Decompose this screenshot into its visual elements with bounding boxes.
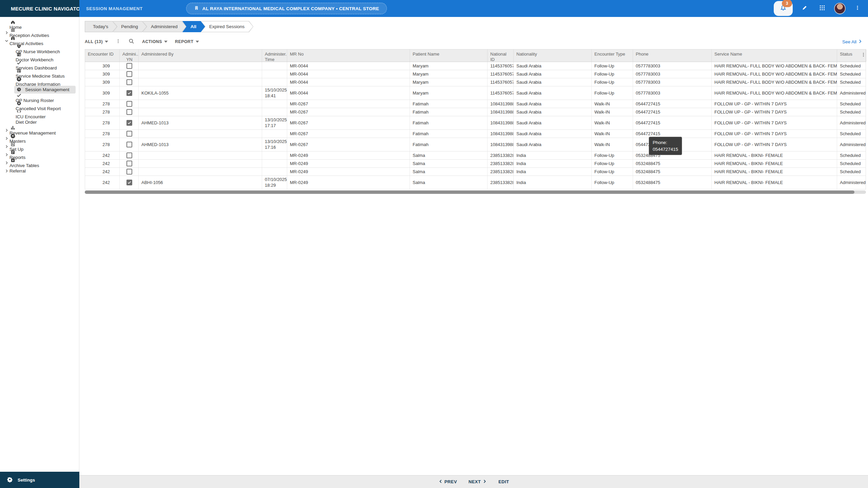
table-row[interactable]: 278AHMED-101313/10/2025 17:17MR-0267Fati… xyxy=(85,116,866,130)
table-row[interactable]: 242MR-0249Salma2385133828IndiaFollow-Up0… xyxy=(85,168,866,176)
column-header-service-name: Service Name xyxy=(712,49,837,62)
cell-administered-time: 15/10/2025 18:41 xyxy=(262,86,287,100)
horizontal-scrollbar-thumb[interactable] xyxy=(85,190,854,194)
checkbox-unchecked[interactable] xyxy=(126,71,132,77)
table-row[interactable]: 278AHMED-101313/10/2025 17:16MR-0267Fati… xyxy=(85,138,866,151)
sidebar-item-icu-encounter[interactable]: ICU Encounter xyxy=(0,110,79,118)
search-button[interactable] xyxy=(128,38,135,45)
table-row[interactable]: 242MR-0249Salma2385133828IndiaFollow-Up0… xyxy=(85,160,866,168)
tab-expired-sessions[interactable]: Expired Sessions xyxy=(201,21,253,32)
table-row[interactable]: 278MR-0267Fatimah1084313988Saudi ArabiaW… xyxy=(85,108,866,116)
cell-patient-name: Fatimah xyxy=(410,108,488,116)
cell-mr-no: MR-0044 xyxy=(287,62,410,70)
toolbar-overflow-menu[interactable] xyxy=(116,39,121,45)
checkbox-unchecked[interactable] xyxy=(126,161,132,166)
header-overflow-menu[interactable] xyxy=(852,3,863,14)
table-row[interactable]: 309MR-0044Maryam1145376057Saudi ArabiaFo… xyxy=(85,78,866,86)
notifications-button[interactable]: 3 xyxy=(774,1,793,16)
sidebar-item-label: Referral xyxy=(9,168,28,174)
cell-phone: 0544727415 xyxy=(633,108,712,116)
cell-administered-yn xyxy=(120,130,139,138)
cell-encounter-id: 309 xyxy=(85,70,120,78)
cell-national-id: 2385133828 xyxy=(488,168,514,176)
column-menu-icon[interactable] xyxy=(861,52,866,59)
facility-selector[interactable]: AL RAYA INTERNATIONAL MEDICAL COMPLEX CO… xyxy=(186,3,387,14)
table-row[interactable]: 309KOKILA-105515/10/2025 18:41MR-0044Mar… xyxy=(85,86,866,100)
table-row[interactable]: 309MR-0044Maryam1145376057Saudi ArabiaFo… xyxy=(85,70,866,78)
cell-national-id: 2385133828 xyxy=(488,176,514,189)
table-row[interactable]: 278MR-0267Fatimah1084313988Saudi ArabiaW… xyxy=(85,130,866,138)
cell-mr-no: MR-0249 xyxy=(287,151,410,159)
cell-administered-time xyxy=(262,160,287,167)
sidebar-item-archive-tables[interactable]: Archive Tables xyxy=(0,159,79,167)
tooltip-value: 0544727415 xyxy=(653,146,678,153)
user-avatar[interactable] xyxy=(834,3,846,14)
next-button[interactable]: NEXT xyxy=(469,479,487,485)
phone-tooltip: Phone: 0544727415 xyxy=(649,137,682,155)
tab-administered[interactable]: Administered xyxy=(143,21,186,32)
edit-button-footer[interactable]: EDIT xyxy=(498,479,509,484)
see-all-link[interactable]: See All xyxy=(842,39,863,45)
cell-service-name: HAIR REMOVAL- FULL BODY W/O ABDOMEN & BA… xyxy=(712,78,837,86)
caret-down-icon xyxy=(196,41,199,43)
checkbox-checked[interactable] xyxy=(126,120,132,126)
cell-national-id: 1084313988 xyxy=(488,100,514,108)
main-content: Today'sPendingAdministeredAllExpired Ses… xyxy=(79,17,868,488)
checkbox-checked[interactable] xyxy=(126,90,132,96)
cell-encounter-id: 278 xyxy=(85,138,120,151)
checkbox-unchecked[interactable] xyxy=(126,152,132,158)
checkbox-unchecked[interactable] xyxy=(126,169,132,175)
settings-button[interactable]: Settings xyxy=(0,472,79,488)
tab-pending[interactable]: Pending xyxy=(113,21,147,32)
cell-nationality: India xyxy=(514,176,592,189)
cell-status: Administered xyxy=(837,86,866,100)
checkbox-unchecked[interactable] xyxy=(126,131,132,137)
edit-button[interactable] xyxy=(799,3,810,14)
column-header-phone: Phone xyxy=(633,49,712,62)
cell-service-name: HAIR REMOVAL - BIKNI- FEMALE xyxy=(712,160,837,167)
apps-button[interactable] xyxy=(816,3,828,14)
chevron-down-icon[interactable] xyxy=(3,39,9,43)
cell-nationality: Saudi Arabia xyxy=(514,116,592,129)
table-row[interactable]: 309MR-0044Maryam1145376057Saudi ArabiaFo… xyxy=(85,62,866,70)
cell-patient-name: Fatimah xyxy=(410,130,488,138)
chevron-right-icon[interactable] xyxy=(3,152,9,157)
cell-nationality: Saudi Arabia xyxy=(514,138,592,151)
checkbox-unchecked[interactable] xyxy=(126,79,132,85)
sidebar-items: HomeReception ActivitiesClinical Activit… xyxy=(0,20,79,175)
report-dropdown[interactable]: REPORT xyxy=(175,39,199,44)
cell-status: Scheduled xyxy=(837,108,866,116)
cell-encounter-id: 242 xyxy=(85,168,120,176)
tab-today-s[interactable]: Today's xyxy=(85,21,117,32)
cell-encounter-type: Follow-Up xyxy=(592,176,633,189)
filter-dropdown[interactable]: ALL (13) xyxy=(85,39,108,44)
chevron-right-icon[interactable] xyxy=(3,128,9,133)
cell-administered-by xyxy=(139,108,262,116)
facility-name: AL RAYA INTERNATIONAL MEDICAL COMPLEX CO… xyxy=(202,6,379,11)
checkbox-unchecked[interactable] xyxy=(126,109,132,115)
checkbox-checked[interactable] xyxy=(126,180,132,185)
checkbox-unchecked[interactable] xyxy=(126,63,132,69)
chevron-right-icon[interactable] xyxy=(3,30,9,35)
cell-administered-time: 13/10/2025 17:16 xyxy=(262,138,287,151)
cell-administered-time xyxy=(262,168,287,176)
table-row[interactable]: 278MR-0267Fatimah1084313988Saudi ArabiaW… xyxy=(85,100,866,108)
cell-encounter-type: Walk-IN xyxy=(592,108,633,116)
cell-patient-name: Fatimah xyxy=(410,100,488,108)
actions-dropdown[interactable]: ACTIONS xyxy=(142,39,167,44)
cell-national-id: 1084313988 xyxy=(488,130,514,138)
header-bar: SESSION MANAGEMENT AL RAYA INTERNATIONAL… xyxy=(79,0,868,17)
cell-administered-by xyxy=(139,151,262,159)
caret-down-icon xyxy=(105,41,108,43)
prev-button[interactable]: PREV xyxy=(438,479,457,485)
chevron-right-icon[interactable] xyxy=(3,169,9,173)
table-row[interactable]: 242ABHI-105607/10/2025 18:29MR-0249Salma… xyxy=(85,176,866,189)
horizontal-scrollbar xyxy=(85,190,866,194)
chevron-right-icon[interactable] xyxy=(3,144,9,149)
chevron-right-icon[interactable] xyxy=(3,136,9,141)
table-row[interactable]: 242MR-0249Salma2385133828IndiaFollow-Up0… xyxy=(85,151,866,160)
chevron-right-icon[interactable] xyxy=(3,161,9,165)
checkbox-unchecked[interactable] xyxy=(126,142,132,147)
checkbox-unchecked[interactable] xyxy=(126,101,132,107)
cell-administered-time xyxy=(262,100,287,108)
